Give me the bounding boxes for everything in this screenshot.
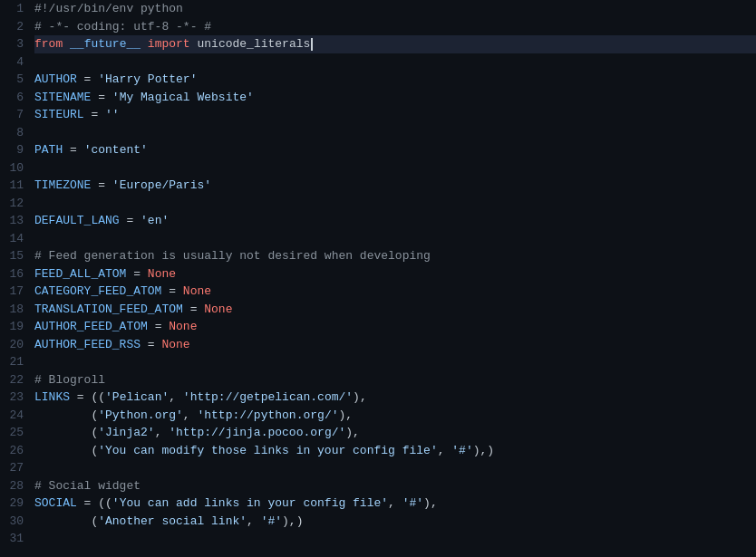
- code-line: # Blogroll: [34, 371, 756, 389]
- code-line: [34, 159, 756, 178]
- code-line: # Social widget: [34, 477, 756, 495]
- token-string: 'Pelican': [105, 389, 169, 407]
- token-plain: ),): [282, 513, 303, 531]
- token-plain: ,: [155, 424, 170, 442]
- token-var-name: SOCIAL: [34, 495, 77, 513]
- token-import-kw: import: [148, 35, 190, 53]
- token-string: 'http://getpelican.com/': [183, 389, 353, 407]
- code-line: [34, 195, 756, 213]
- line-number: 3: [7, 35, 24, 53]
- token-plain: ),: [353, 389, 367, 407]
- code-line: from __future__ import unicode_literals: [34, 35, 756, 53]
- line-number: 20: [7, 336, 24, 354]
- line-number: 7: [7, 106, 24, 124]
- token-var-name: SITEURL: [34, 106, 84, 124]
- token-none-val: None: [183, 283, 211, 301]
- token-var-name: CATEGORY_FEED_ATOM: [34, 283, 161, 301]
- token-plain: (: [34, 442, 98, 460]
- code-content[interactable]: #!/usr/bin/env python# -*- coding: utf-8…: [34, 0, 756, 557]
- line-number: 12: [7, 195, 24, 213]
- token-plain: (: [34, 424, 98, 442]
- code-line: TRANSLATION_FEED_ATOM = None: [34, 301, 756, 319]
- line-number: 26: [7, 442, 24, 460]
- line-number: 10: [7, 159, 24, 178]
- line-number: 22: [7, 371, 24, 389]
- token-comment: # -*- coding: utf-8 -*- #: [34, 18, 211, 36]
- line-number: 24: [7, 407, 24, 425]
- token-plain: ),: [423, 495, 438, 513]
- token-string: '#': [451, 442, 472, 460]
- code-line: #!/usr/bin/env python: [34, 0, 756, 18]
- token-identifier: unicode_literals: [197, 35, 310, 53]
- code-line: [34, 124, 756, 142]
- token-plain: (: [34, 513, 98, 531]
- token-plain: [63, 35, 70, 53]
- code-line: TIMEZONE = 'Europe/Paris': [34, 177, 756, 195]
- token-string: 'My Magical Website': [112, 89, 254, 107]
- token-plain: ,: [247, 513, 261, 531]
- line-number: 16: [7, 265, 24, 283]
- code-editor: 1234567891011121314151617181920212223242…: [0, 0, 756, 557]
- code-line: ('You can modify those links in your con…: [34, 442, 756, 460]
- token-plain: =: [126, 265, 147, 283]
- token-string: 'Another social link': [98, 513, 247, 531]
- token-plain: =: [161, 283, 182, 301]
- code-line: SITEURL = '': [34, 106, 756, 124]
- token-plain: =: [183, 301, 204, 319]
- token-plain: ),): [473, 442, 494, 460]
- token-plain: (: [34, 407, 98, 425]
- token-none-val: None: [161, 336, 189, 354]
- token-none-val: None: [204, 301, 232, 319]
- line-number: 11: [7, 177, 24, 195]
- token-plain: =: [91, 177, 111, 195]
- token-plain: [190, 35, 198, 53]
- line-number: 23: [7, 389, 24, 407]
- token-plain: ,: [169, 389, 183, 407]
- token-var-name: AUTHOR_FEED_ATOM: [34, 318, 148, 336]
- line-number: 27: [7, 459, 24, 477]
- code-line: [34, 353, 756, 371]
- line-number: 30: [7, 513, 24, 531]
- line-number: 1: [7, 0, 24, 18]
- token-plain: = ((: [77, 495, 112, 513]
- token-string: 'You can add links in your config file': [112, 495, 388, 513]
- token-plain: = ((: [70, 389, 105, 407]
- token-var-name: SITENAME: [34, 89, 91, 107]
- line-number: 29: [7, 495, 24, 513]
- token-none-val: None: [148, 265, 176, 283]
- line-number: 14: [7, 230, 24, 248]
- token-var-name: TRANSLATION_FEED_ATOM: [34, 301, 183, 319]
- line-number: 13: [7, 212, 24, 230]
- code-line: LINKS = (('Pelican', 'http://getpelican.…: [34, 389, 756, 407]
- code-line: ('Jinja2', 'http://jinja.pocoo.org/'),: [34, 424, 756, 442]
- code-line: AUTHOR = 'Harry Potter': [34, 71, 756, 89]
- line-number: 31: [7, 530, 24, 548]
- line-number: 25: [7, 424, 24, 442]
- token-string: '#': [261, 513, 282, 531]
- line-number: 9: [7, 141, 24, 159]
- code-line: SOCIAL = (('You can add links in your co…: [34, 495, 756, 513]
- code-line: ('Another social link', '#'),): [34, 513, 756, 531]
- token-string: 'Harry Potter': [98, 71, 197, 89]
- token-plain: =: [91, 89, 111, 107]
- token-string: 'http://jinja.pocoo.org/': [169, 424, 345, 442]
- token-none-val: None: [169, 318, 197, 336]
- line-number: 5: [7, 71, 24, 89]
- code-line: AUTHOR_FEED_ATOM = None: [34, 318, 756, 336]
- line-number: 19: [7, 318, 24, 336]
- token-string: '': [105, 106, 120, 124]
- line-number: 8: [7, 124, 24, 142]
- token-module: __future__: [70, 35, 141, 53]
- token-plain: =: [120, 212, 141, 230]
- token-var-name: AUTHOR: [34, 71, 77, 89]
- text-cursor: [311, 38, 313, 51]
- token-plain: ),: [338, 407, 353, 425]
- token-plain: ,: [438, 442, 452, 460]
- code-line: SITENAME = 'My Magical Website': [34, 89, 756, 107]
- token-shebang: #!/usr/bin/env python: [34, 0, 183, 18]
- token-keyword-from: from: [34, 35, 63, 53]
- token-string: 'Jinja2': [98, 424, 154, 442]
- code-line: [34, 530, 756, 548]
- token-string: 'You can modify those links in your conf…: [98, 442, 437, 460]
- code-line: [34, 230, 756, 248]
